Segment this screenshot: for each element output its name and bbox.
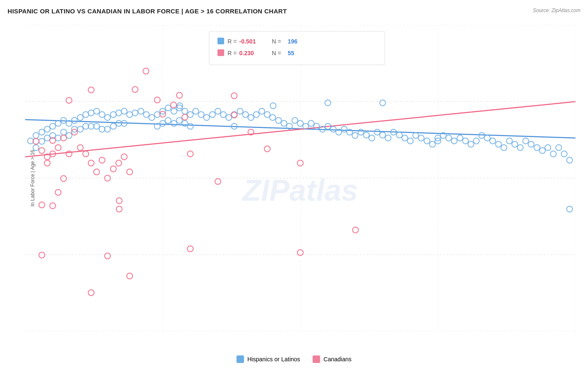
- svg-point-117: [374, 129, 380, 135]
- svg-point-121: [396, 132, 402, 138]
- svg-point-35: [44, 135, 50, 141]
- svg-point-86: [210, 112, 215, 118]
- svg-point-153: [567, 157, 573, 163]
- svg-point-178: [127, 169, 133, 175]
- svg-point-49: [83, 123, 89, 129]
- svg-point-189: [55, 189, 61, 195]
- svg-point-192: [88, 87, 94, 93]
- svg-point-82: [187, 123, 193, 129]
- svg-point-41: [61, 129, 66, 135]
- svg-point-170: [83, 151, 89, 157]
- svg-point-197: [187, 151, 193, 157]
- svg-point-199: [231, 112, 237, 118]
- svg-point-51: [88, 123, 94, 129]
- svg-point-171: [88, 160, 94, 166]
- svg-point-38: [55, 120, 61, 126]
- svg-point-87: [215, 108, 221, 114]
- svg-point-194: [105, 253, 110, 259]
- svg-point-56: [105, 115, 110, 120]
- svg-point-60: [116, 110, 122, 116]
- svg-point-132: [451, 138, 457, 144]
- svg-point-198: [215, 179, 221, 184]
- svg-point-98: [270, 115, 276, 120]
- svg-point-191: [66, 97, 72, 103]
- svg-point-69: [154, 112, 160, 118]
- svg-rect-18: [209, 31, 385, 65]
- svg-point-48: [83, 112, 89, 118]
- svg-point-133: [457, 135, 463, 141]
- svg-point-124: [413, 133, 419, 138]
- svg-point-29: [28, 138, 33, 144]
- svg-point-141: [501, 145, 507, 151]
- svg-point-137: [479, 133, 485, 138]
- svg-point-140: [496, 141, 501, 147]
- svg-point-76: [171, 120, 177, 126]
- svg-point-181: [154, 97, 160, 103]
- svg-point-44: [72, 118, 77, 123]
- source-label: Source: ZipAtlas.com: [533, 8, 580, 13]
- svg-point-109: [330, 126, 336, 132]
- svg-text:0.230: 0.230: [239, 50, 254, 56]
- svg-point-88: [220, 112, 226, 118]
- svg-point-152: [561, 151, 567, 157]
- svg-point-186: [231, 93, 237, 99]
- svg-point-55: [99, 126, 105, 132]
- svg-text:R =: R =: [228, 38, 237, 45]
- svg-point-102: [292, 118, 298, 123]
- svg-point-185: [182, 114, 188, 120]
- svg-point-196: [187, 246, 193, 252]
- svg-point-135: [468, 141, 474, 147]
- svg-point-150: [550, 151, 556, 157]
- svg-point-154: [567, 206, 573, 212]
- svg-point-46: [77, 115, 83, 120]
- svg-point-93: [243, 112, 248, 118]
- svg-point-116: [369, 135, 375, 141]
- svg-point-173: [99, 157, 105, 163]
- svg-point-169: [77, 145, 83, 151]
- svg-text:196: 196: [288, 38, 298, 45]
- svg-point-57: [105, 126, 110, 132]
- svg-point-144: [517, 145, 523, 151]
- legend-label-pink: Canadians: [324, 356, 352, 363]
- svg-point-92: [237, 108, 243, 114]
- svg-point-159: [33, 138, 39, 144]
- svg-point-83: [193, 108, 199, 114]
- svg-point-81: [187, 112, 193, 118]
- svg-point-59: [110, 123, 116, 129]
- svg-point-138: [484, 135, 490, 141]
- svg-point-167: [66, 151, 72, 157]
- svg-rect-24: [217, 49, 224, 56]
- svg-point-118: [380, 132, 386, 138]
- svg-point-84: [198, 112, 204, 118]
- svg-text:R =: R =: [228, 50, 237, 56]
- svg-point-99: [276, 118, 281, 123]
- svg-point-75: [171, 108, 177, 114]
- svg-point-39: [55, 135, 61, 141]
- svg-point-97: [264, 112, 270, 118]
- svg-point-52: [94, 108, 100, 114]
- svg-text:-0.501: -0.501: [239, 38, 256, 45]
- svg-rect-19: [217, 38, 224, 44]
- svg-point-61: [116, 120, 122, 126]
- svg-point-31: [33, 145, 39, 151]
- svg-point-62: [121, 108, 127, 114]
- legend-color-pink: [313, 355, 320, 363]
- svg-point-172: [94, 169, 100, 175]
- svg-point-66: [138, 108, 144, 114]
- svg-point-47: [77, 126, 83, 132]
- svg-point-123: [407, 138, 413, 144]
- svg-point-94: [248, 115, 254, 120]
- svg-point-151: [556, 145, 562, 151]
- svg-point-156: [270, 103, 276, 109]
- svg-text:N =: N =: [272, 50, 281, 56]
- legend-item-blue: Hispanics or Latinos: [237, 355, 300, 363]
- svg-point-67: [143, 112, 149, 118]
- svg-point-122: [402, 135, 408, 141]
- svg-point-176: [116, 160, 122, 166]
- svg-point-180: [143, 68, 149, 74]
- svg-point-43: [66, 133, 72, 138]
- svg-point-113: [352, 133, 358, 138]
- svg-point-100: [281, 120, 287, 126]
- svg-point-85: [204, 115, 210, 120]
- svg-point-204: [353, 227, 358, 233]
